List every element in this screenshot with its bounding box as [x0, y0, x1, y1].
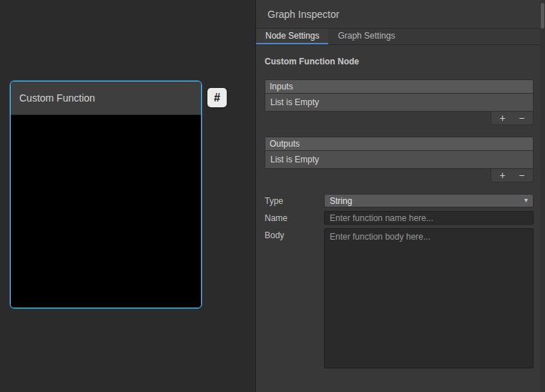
type-field-row: Type String ▾	[265, 194, 534, 207]
graph-inspector-panel: Graph Inspector Node Settings Graph Sett…	[255, 0, 545, 392]
name-label: Name	[265, 211, 324, 223]
node-header[interactable]: Custom Function	[11, 82, 201, 115]
graph-canvas[interactable]: Custom Function #	[0, 0, 255, 392]
type-label: Type	[265, 194, 324, 206]
outputs-remove-button[interactable]: −	[514, 170, 529, 180]
function-name-input[interactable]	[324, 211, 534, 225]
inputs-list-title: Inputs	[270, 82, 293, 92]
inputs-list-header: Inputs	[265, 79, 534, 94]
outputs-empty-label: List is Empty	[270, 155, 319, 165]
inspector-tabbar: Node Settings Graph Settings	[256, 29, 545, 45]
type-dropdown[interactable]: String ▾	[324, 194, 534, 207]
tab-graph-settings-label: Graph Settings	[338, 31, 395, 41]
custom-function-node[interactable]: Custom Function	[10, 81, 202, 308]
tab-node-settings[interactable]: Node Settings	[256, 29, 328, 44]
body-field-row: Body	[265, 228, 534, 368]
name-field-row: Name	[265, 211, 534, 225]
inputs-list-footer: + −	[491, 112, 534, 125]
type-dropdown-value: String	[330, 196, 352, 206]
scrollbar-thumb[interactable]	[541, 3, 544, 29]
chevron-down-icon: ▾	[524, 196, 528, 204]
node-title: Custom Function	[19, 92, 95, 104]
tab-node-settings-label: Node Settings	[265, 31, 319, 41]
function-body-input[interactable]	[324, 228, 534, 368]
inputs-list: Inputs List is Empty + −	[265, 79, 534, 125]
inspector-content: Custom Function Node Inputs List is Empt…	[256, 45, 545, 368]
outputs-list-header: Outputs	[265, 137, 534, 151]
inspector-scrollbar[interactable]	[540, 0, 545, 392]
body-label: Body	[265, 228, 324, 240]
inputs-add-button[interactable]: +	[495, 113, 511, 123]
inputs-remove-button[interactable]: −	[514, 113, 529, 123]
outputs-list-empty-row: List is Empty	[265, 151, 534, 169]
tab-graph-settings[interactable]: Graph Settings	[328, 29, 404, 44]
inputs-list-empty-row: List is Empty	[265, 94, 534, 112]
outputs-add-button[interactable]: +	[495, 170, 511, 180]
outputs-list-title: Outputs	[270, 139, 300, 149]
inputs-empty-label: List is Empty	[270, 97, 319, 107]
inspector-title: Graph Inspector	[267, 9, 339, 20]
section-title: Custom Function Node	[265, 57, 534, 67]
inspector-titlebar[interactable]: Graph Inspector	[256, 0, 545, 29]
outputs-list-footer: + −	[491, 169, 534, 182]
outputs-list: Outputs List is Empty + −	[265, 137, 534, 182]
custom-function-badge-button[interactable]: #	[207, 88, 227, 107]
hash-icon: #	[214, 92, 220, 104]
node-preview-area	[11, 115, 201, 308]
